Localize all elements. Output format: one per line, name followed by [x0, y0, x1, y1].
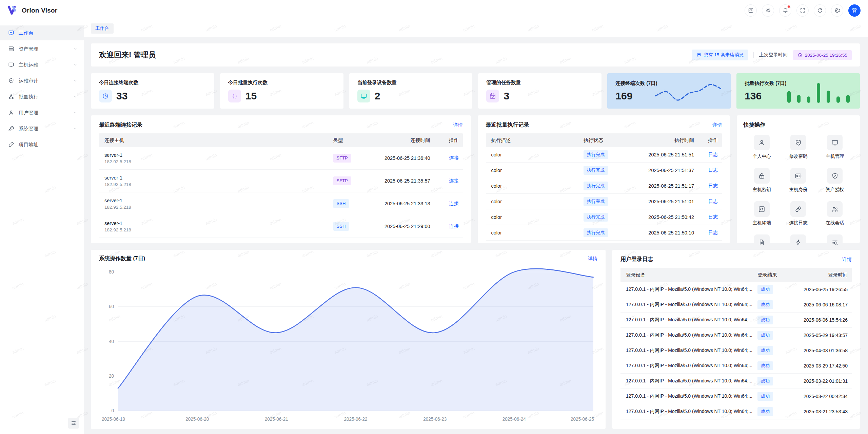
- shield-icon: [8, 78, 14, 84]
- login-device: 127.0.0.1 - 内网IP - Mozilla/5.0 (Windows …: [620, 363, 753, 369]
- quick-action-host-identity[interactable]: 主机身份: [780, 168, 817, 193]
- quick-action-personal-center[interactable]: 个人中心: [744, 135, 780, 159]
- protocol-tag: SFTP: [333, 176, 351, 185]
- connect-time: 2025-06-25 21:36:40: [363, 155, 434, 161]
- bell-icon: [783, 7, 788, 13]
- quick-action-host-terminal[interactable]: 主机终端: [744, 201, 780, 226]
- sidebar-item-label: 用户管理: [19, 110, 38, 116]
- svg-text:2025-06-22: 2025-06-22: [344, 416, 367, 421]
- quick-action-host-key[interactable]: 主机密钥: [744, 168, 780, 193]
- exec-time: 2025-06-25 21:50:10: [627, 230, 698, 235]
- login-result-tag: 成功: [757, 285, 773, 294]
- log-link[interactable]: 日志: [708, 230, 718, 235]
- log-link[interactable]: 日志: [708, 214, 718, 220]
- user-avatar[interactable]: 管: [848, 4, 861, 17]
- sidebar-item-host-ops[interactable]: 主机运维: [0, 57, 84, 72]
- code-icon: [758, 206, 765, 213]
- theme-button[interactable]: [762, 4, 774, 17]
- sidebar-item-system-management[interactable]: 系统管理: [0, 121, 84, 136]
- exec-table-header: 执行描述执行状态 执行时间操作: [486, 133, 722, 147]
- quick-action-host-management[interactable]: 主机管理: [816, 135, 853, 159]
- quick-action-change-password[interactable]: 修改密码: [780, 135, 817, 159]
- wrench-icon: [8, 126, 14, 132]
- fullscreen-button[interactable]: [796, 4, 809, 17]
- login-log-row: 127.0.0.1 - 内网IP - Mozilla/5.0 (Windows …: [620, 374, 852, 389]
- api-button[interactable]: [745, 4, 757, 17]
- chart-detail-link[interactable]: 详情: [588, 256, 597, 262]
- quick-action-asset-authorization[interactable]: 资产授权: [816, 168, 853, 193]
- log-link[interactable]: 日志: [708, 199, 718, 204]
- log-link[interactable]: 日志: [708, 167, 718, 173]
- login-device: 127.0.0.1 - 内网IP - Mozilla/5.0 (Windows …: [620, 393, 753, 399]
- zap-icon: [795, 239, 802, 246]
- sidebar-item-asset-management[interactable]: 资产管理: [0, 41, 84, 56]
- host-name: server-1: [104, 175, 325, 181]
- terminal-detail-link[interactable]: 详情: [453, 122, 463, 128]
- host-ip: 182.92.5.218: [104, 227, 325, 232]
- exec-detail-link[interactable]: 详情: [712, 122, 722, 128]
- nodes-icon: [8, 94, 14, 100]
- system-operations-chart-card: 系统操作数量 (7日) 详情 020406080 2025-06-192025-…: [91, 250, 606, 429]
- refresh-button[interactable]: [814, 4, 826, 17]
- brand: Orion Visor: [7, 6, 57, 15]
- server-icon: [8, 46, 14, 52]
- log-link[interactable]: 日志: [708, 183, 718, 188]
- login-time: 2025-06-06 16:08:17: [789, 302, 852, 307]
- settings-button[interactable]: [831, 4, 843, 17]
- chevron-down-icon: [73, 126, 78, 131]
- connect-time: 2025-06-25 21:33:13: [363, 201, 434, 206]
- login-result-tag: 成功: [757, 361, 773, 370]
- menu-fold-icon: [71, 420, 76, 426]
- main-content: 欢迎回来! 管理员 您有 15 条未读消息 上次登录时间 20: [84, 37, 868, 434]
- monitor-icon: [8, 62, 14, 68]
- host-ip: 182.92.5.218: [104, 205, 325, 210]
- connect-link[interactable]: 连接: [449, 201, 459, 206]
- login-log-row: 127.0.0.1 - 内网IP - Mozilla/5.0 (Windows …: [620, 282, 852, 297]
- login-table-header: 登录设备登录结果登录时间: [620, 268, 852, 282]
- login-log-row: 127.0.0.1 - 内网IP - Mozilla/5.0 (Windows …: [620, 389, 852, 404]
- user-icon: [758, 139, 765, 146]
- exec-time: 2025-06-25 21:50:42: [627, 214, 698, 220]
- calendar-icon: [489, 93, 496, 99]
- unread-messages-badge[interactable]: 您有 15 条未读消息: [692, 50, 748, 60]
- stat-label: 今日连接终端次数: [99, 79, 206, 86]
- connect-link[interactable]: 连接: [449, 178, 459, 183]
- sidebar-item-workbench[interactable]: 工作台: [0, 25, 84, 40]
- quick-action-label: 主机密钥: [753, 187, 771, 193]
- quick-action-connection-log[interactable]: 连接日志: [780, 201, 817, 226]
- svg-text:80: 80: [109, 269, 114, 275]
- sidebar-item-label: 资产管理: [19, 46, 38, 52]
- login-result-tag: 成功: [757, 300, 773, 309]
- sidebar: 工作台 资产管理 主机运维 运维审计 批量执行 用户管理 系统管理 项目地址: [0, 21, 84, 434]
- svg-text:2025-06-21: 2025-06-21: [265, 416, 288, 421]
- quick-action-label: 主机身份: [789, 187, 807, 193]
- login-time: 2025-03-22 01:01:31: [789, 378, 852, 384]
- sun-icon: [765, 7, 771, 13]
- protocol-tag: SSH: [333, 199, 349, 208]
- sidebar-item-ops-audit[interactable]: 运维审计: [0, 73, 84, 88]
- host-name: server-1: [104, 221, 325, 226]
- connect-link[interactable]: 连接: [449, 223, 459, 229]
- login-device: 127.0.0.1 - 内网IP - Mozilla/5.0 (Windows …: [620, 347, 753, 354]
- connect-link[interactable]: 连接: [449, 155, 459, 161]
- stat-label: 管理的任务数量: [486, 79, 593, 86]
- sidebar-item-batch-exec[interactable]: 批量执行: [0, 89, 84, 104]
- quick-action-label: 主机管理: [826, 153, 844, 159]
- dashboard-icon: [8, 30, 14, 36]
- breadcrumb-item-workbench[interactable]: 工作台: [91, 23, 114, 34]
- chevron-down-icon: [73, 110, 78, 115]
- notification-dot: [787, 5, 790, 8]
- sidebar-collapse-button[interactable]: [68, 418, 79, 429]
- quick-action-online-session[interactable]: 在线会话: [816, 201, 853, 226]
- exec-status-tag: 执行完成: [584, 166, 608, 175]
- sidebar-item-user-management[interactable]: 用户管理: [0, 105, 84, 120]
- log-link[interactable]: 日志: [708, 152, 718, 157]
- chevron-down-icon: [73, 62, 78, 67]
- svg-text:2025-06-19: 2025-06-19: [102, 416, 125, 421]
- svg-text:2025-06-24: 2025-06-24: [502, 416, 526, 421]
- login-detail-link[interactable]: 详情: [842, 257, 852, 263]
- sidebar-item-project-link[interactable]: 项目地址: [0, 137, 84, 152]
- host-ip: 182.92.5.218: [104, 159, 325, 164]
- notifications-button[interactable]: [779, 4, 791, 17]
- code-icon: [748, 7, 754, 13]
